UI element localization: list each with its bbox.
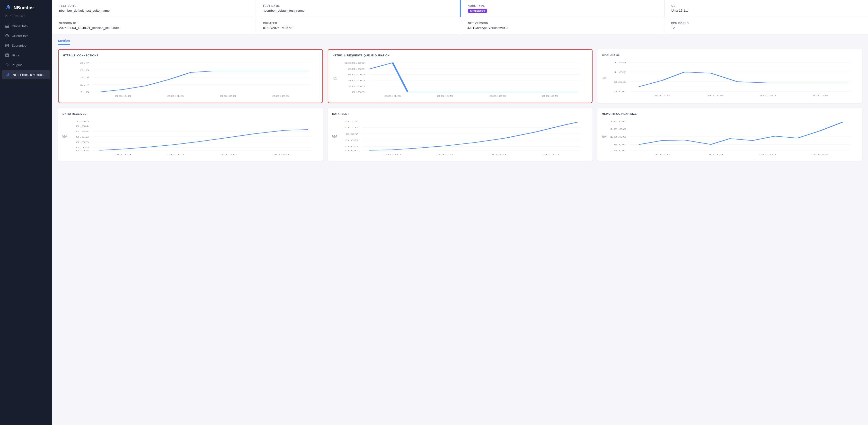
svg-text:0.68: 0.68 <box>75 130 89 133</box>
chart-svg-data-sent: 0.12 0.10 0.07 0.05 0.02 0.00 MB 30:10 3… <box>332 119 588 157</box>
cluster-icon <box>5 34 9 38</box>
svg-text:30:10: 30:10 <box>654 153 671 156</box>
info-card-created: CREATED 01/03/2025, 7:19:58 <box>256 17 460 34</box>
info-cards-row1: TEST SUITE nbomber_default_test_suite_na… <box>52 0 868 17</box>
chart-data-received: DATA: RECEIVED 1.00 0.84 0.68 0.52 0.35 … <box>58 108 323 161</box>
svg-text:30:15: 30:15 <box>167 95 184 97</box>
sidebar-logo: NBomber <box>0 0 52 14</box>
chart-data-sent: DATA: SENT 0.12 0.10 0.07 0.05 0.02 0.00… <box>328 108 592 161</box>
chart-svg-memory: 14.00 12.00 10.00 8.00 6.00 MB 30:10 30:… <box>602 119 858 157</box>
single-node-badge: SingleNode <box>468 9 488 13</box>
sidebar-label-net-process-metrics: .NET Process Metrics <box>12 73 48 77</box>
svg-text:30:25: 30:25 <box>812 94 829 97</box>
chart-area-http-queue-duration: 100.00 80.00 60.00 40.00 20.00 0.00 ms 3… <box>333 60 588 99</box>
info-card-os: OS Unix 15.1.1 <box>664 0 868 17</box>
test-suite-value: nbomber_default_test_suite_name <box>59 9 249 12</box>
sidebar-label-scenarios: Scenarios <box>12 44 43 48</box>
svg-text:%: % <box>602 77 608 79</box>
svg-text:0.19: 0.19 <box>75 146 89 149</box>
svg-point-3 <box>6 35 7 36</box>
sidebar-item-net-process-metrics[interactable]: .NET Process Metrics <box>2 70 50 79</box>
svg-text:MB: MB <box>332 135 338 138</box>
svg-text:1.7: 1.7 <box>80 84 89 86</box>
sidebar-item-plugins[interactable]: Plugins <box>2 60 50 69</box>
svg-text:0.84: 0.84 <box>75 125 89 127</box>
metrics-section: Metrics <box>52 34 868 49</box>
info-card-test-suite: TEST SUITE nbomber_default_test_suite_na… <box>52 0 256 17</box>
chart-memory-gc-heap: MEMORY: GC-HEAP-SIZE 14.00 12.00 10.00 8… <box>597 108 862 161</box>
net-version-value: .NETCoreApp,Version=v9.0 <box>467 26 657 30</box>
app-version: VERSION 5.8.2 <box>0 14 52 21</box>
info-card-session-id: SESSION ID 2025-01-03_13.49.21_session_c… <box>52 17 256 34</box>
svg-text:0.00: 0.00 <box>614 90 626 93</box>
chart-title-memory-gc-heap: MEMORY: GC-HEAP-SIZE <box>602 112 858 115</box>
svg-point-1 <box>7 5 9 6</box>
chart-title-cpu-usage: CPU: USAGE <box>602 54 858 56</box>
sidebar-item-cluster-info[interactable]: Cluster Info <box>2 31 50 40</box>
svg-rect-13 <box>7 74 7 76</box>
svg-text:0.00: 0.00 <box>345 149 359 152</box>
metrics-tab[interactable]: Metrics <box>58 39 70 45</box>
test-name-label: TEST NAME <box>263 4 453 7</box>
svg-text:30:20: 30:20 <box>489 153 506 156</box>
node-type-value: SingleNode <box>468 9 658 13</box>
sidebar-nav: Global Info Cluster Info Scenarios ⌄ Hin… <box>0 21 52 79</box>
svg-rect-14 <box>8 73 8 76</box>
svg-text:6.00: 6.00 <box>614 149 626 152</box>
svg-text:30:10: 30:10 <box>654 94 671 97</box>
chart-title-data-sent: DATA: SENT <box>332 112 588 115</box>
charts-row2: DATA: RECEIVED 1.00 0.84 0.68 0.52 0.35 … <box>52 108 868 167</box>
info-card-node-type: NODE TYPE SingleNode <box>460 0 665 17</box>
svg-text:30:20: 30:20 <box>220 153 237 156</box>
chart-svg-http-queue: 100.00 80.00 60.00 40.00 20.00 0.00 ms 3… <box>333 60 588 99</box>
chart-http-connections: HTTP/1.1: CONNECTIONS 3.7 3.0 2.3 1.7 1.… <box>58 49 323 103</box>
scenarios-icon <box>5 43 9 48</box>
chart-svg-data-received: 1.00 0.84 0.68 0.52 0.35 0.19 0.03 MB 30… <box>62 119 318 157</box>
sidebar-label-global-info: Global Info <box>12 24 48 28</box>
info-card-net-version: .NET VERSION .NETCoreApp,Version=v9.0 <box>460 17 664 34</box>
svg-text:30:25: 30:25 <box>542 153 559 156</box>
svg-text:0.10: 0.10 <box>345 126 359 129</box>
cpu-cores-label: CPU CORES <box>671 22 861 25</box>
svg-text:30:20: 30:20 <box>489 95 506 97</box>
svg-text:80.00: 80.00 <box>348 68 365 70</box>
home-icon <box>5 24 9 28</box>
svg-text:0.51: 0.51 <box>614 81 626 83</box>
chart-svg-http-connections: 3.7 3.0 2.3 1.7 1.0 30:10 30:15 30:20 30… <box>63 60 318 99</box>
app-name: NBomber <box>13 5 34 10</box>
svg-text:3.0: 3.0 <box>80 69 89 71</box>
svg-text:30:10: 30:10 <box>115 95 131 97</box>
svg-text:10.00: 10.00 <box>610 136 626 138</box>
svg-text:1.00: 1.00 <box>75 120 89 123</box>
sidebar-item-hints[interactable]: Hints <box>2 51 50 60</box>
chart-title-http-connections: HTTP/1.1: CONNECTIONS <box>63 54 318 57</box>
svg-text:60.00: 60.00 <box>348 73 365 76</box>
svg-text:0.12: 0.12 <box>345 120 359 123</box>
info-cards-row2: SESSION ID 2025-01-03_13.49.21_session_c… <box>52 17 868 34</box>
svg-text:30:15: 30:15 <box>437 153 454 156</box>
sidebar-label-hints: Hints <box>12 54 48 57</box>
sidebar-item-global-info[interactable]: Global Info <box>2 21 50 31</box>
svg-text:2.3: 2.3 <box>80 77 89 79</box>
test-suite-label: TEST SUITE <box>59 4 249 7</box>
created-label: CREATED <box>263 22 453 25</box>
svg-text:30:10: 30:10 <box>384 153 401 156</box>
svg-text:30:25: 30:25 <box>812 153 829 156</box>
svg-text:30:15: 30:15 <box>437 95 454 97</box>
svg-text:30:20: 30:20 <box>220 95 236 97</box>
node-type-label: NODE TYPE <box>468 4 658 7</box>
created-value: 01/03/2025, 7:19:58 <box>263 26 453 30</box>
svg-text:30:25: 30:25 <box>272 95 289 97</box>
chart-title-http-queue-duration: HTTP/1.1: REQUESTS-QUEUE-DURATION <box>333 54 588 57</box>
svg-text:ms: ms <box>333 77 338 80</box>
svg-text:MB: MB <box>62 135 68 138</box>
session-id-value: 2025-01-03_13.49.21_session_ce3946c4 <box>59 26 249 30</box>
test-name-value: nbomber_default_test_name <box>263 9 453 12</box>
chart-area-http-connections: 3.7 3.0 2.3 1.7 1.0 30:10 30:15 30:20 30… <box>63 60 318 99</box>
chart-area-cpu-usage: 1.54 1.02 0.51 0.00 % 30:10 30:15 30:20 … <box>602 60 858 99</box>
sidebar-item-scenarios[interactable]: Scenarios ⌄ <box>2 41 50 50</box>
chart-area-data-sent: 0.12 0.10 0.07 0.05 0.02 0.00 MB 30:10 3… <box>332 119 588 157</box>
svg-text:30:10: 30:10 <box>114 153 131 156</box>
chart-http-queue-duration: HTTP/1.1: REQUESTS-QUEUE-DURATION 100.00… <box>328 49 592 103</box>
svg-text:0.05: 0.05 <box>345 139 359 142</box>
